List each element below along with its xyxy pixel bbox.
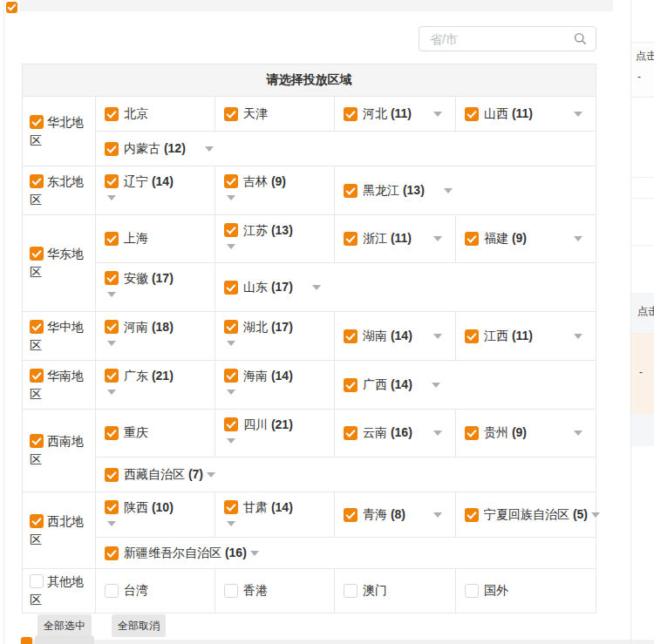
province-checkbox[interactable] <box>105 271 119 285</box>
dropdown-arrow-icon[interactable] <box>433 236 442 241</box>
region-checkbox[interactable] <box>30 574 44 588</box>
province-checkbox[interactable] <box>105 142 119 156</box>
province-cell[interactable]: 安徽 (17) <box>96 263 215 311</box>
province-cell[interactable]: 宁夏回族自治区 (5) <box>456 492 596 537</box>
dropdown-arrow-icon[interactable] <box>205 146 214 152</box>
dropdown-arrow-icon[interactable] <box>591 512 600 518</box>
province-checkbox[interactable] <box>105 468 119 482</box>
dropdown-arrow-icon[interactable] <box>574 334 582 339</box>
cancel-all-button[interactable]: 全部取消 <box>112 614 166 637</box>
province-checkbox[interactable] <box>105 107 119 121</box>
region-cell[interactable]: 华北地区 <box>23 97 96 166</box>
province-cell[interactable]: 内蒙古 (12) <box>96 132 596 166</box>
province-checkbox[interactable] <box>465 107 479 121</box>
province-checkbox[interactable] <box>105 426 119 440</box>
province-cell[interactable]: 河南 (18) <box>96 312 215 360</box>
dropdown-arrow-icon[interactable] <box>107 521 116 526</box>
dropdown-arrow-icon[interactable] <box>227 521 235 526</box>
province-cell[interactable]: 贵州 (9) <box>456 410 596 457</box>
province-checkbox[interactable] <box>224 223 238 237</box>
province-checkbox[interactable] <box>105 174 119 188</box>
province-cell[interactable]: 四川 (21) <box>215 410 335 457</box>
cropped-checked-checkbox-top-icon[interactable] <box>6 2 17 13</box>
region-checkbox[interactable] <box>30 369 44 383</box>
province-checkbox[interactable] <box>224 107 238 121</box>
province-cell[interactable]: 山西 (11) <box>456 97 596 131</box>
province-checkbox[interactable] <box>344 378 358 392</box>
province-checkbox[interactable] <box>465 584 479 598</box>
province-cell[interactable]: 澳门 <box>335 569 456 613</box>
province-cell[interactable]: 黑龙江 (13) <box>335 166 596 214</box>
dropdown-arrow-icon[interactable] <box>433 430 442 436</box>
province-checkbox[interactable] <box>344 184 358 198</box>
dropdown-arrow-icon[interactable] <box>433 112 442 117</box>
dropdown-arrow-icon[interactable] <box>107 292 116 297</box>
province-cell[interactable]: 台湾 <box>96 569 215 613</box>
province-cell[interactable]: 河北 (11) <box>335 97 456 131</box>
region-cell[interactable]: 华南地区 <box>23 361 96 409</box>
region-checkbox[interactable] <box>30 434 44 448</box>
province-checkbox[interactable] <box>224 500 238 514</box>
province-cell[interactable]: 山东 (17) <box>215 263 596 311</box>
province-cell[interactable]: 青海 (8) <box>335 492 456 537</box>
dropdown-arrow-icon[interactable] <box>574 430 582 436</box>
province-cell[interactable]: 广西 (14) <box>335 361 596 409</box>
province-cell[interactable]: 吉林 (9) <box>215 166 335 214</box>
province-checkbox[interactable] <box>344 584 358 598</box>
province-cell[interactable]: 上海 <box>96 215 215 262</box>
province-checkbox[interactable] <box>224 174 238 188</box>
province-cell[interactable]: 重庆 <box>96 410 215 457</box>
region-cell[interactable]: 西南地区 <box>23 410 96 491</box>
dropdown-arrow-icon[interactable] <box>312 285 321 290</box>
search-input[interactable] <box>419 32 574 46</box>
province-cell[interactable]: 天津 <box>215 97 335 131</box>
province-checkbox[interactable] <box>224 417 238 431</box>
province-checkbox[interactable] <box>105 546 119 560</box>
dropdown-arrow-icon[interactable] <box>207 472 215 478</box>
province-cell[interactable]: 云南 (16) <box>335 410 456 457</box>
province-search-box[interactable] <box>419 26 596 51</box>
province-checkbox[interactable] <box>224 281 238 295</box>
province-cell[interactable]: 湖北 (17) <box>215 312 335 360</box>
dropdown-arrow-icon[interactable] <box>432 383 440 388</box>
region-cell[interactable]: 西北地区 <box>23 492 96 568</box>
province-checkbox[interactable] <box>224 584 238 598</box>
province-checkbox[interactable] <box>344 107 358 121</box>
province-checkbox[interactable] <box>105 500 119 514</box>
dropdown-arrow-icon[interactable] <box>107 390 116 395</box>
dropdown-arrow-icon[interactable] <box>227 195 235 200</box>
province-cell[interactable]: 湖南 (14) <box>335 312 456 360</box>
province-cell[interactable]: 广东 (21) <box>96 361 215 409</box>
province-cell[interactable]: 甘肃 (14) <box>215 492 335 537</box>
province-cell[interactable]: 香港 <box>215 569 335 613</box>
dropdown-arrow-icon[interactable] <box>227 390 235 395</box>
province-cell[interactable]: 福建 (9) <box>456 215 596 262</box>
dropdown-arrow-icon[interactable] <box>107 341 116 346</box>
region-cell[interactable]: 其他地区 <box>23 569 96 613</box>
province-checkbox[interactable] <box>224 320 238 334</box>
province-checkbox[interactable] <box>344 426 358 440</box>
region-cell[interactable]: 华东地区 <box>23 215 96 311</box>
dropdown-arrow-icon[interactable] <box>574 112 582 117</box>
dropdown-arrow-icon[interactable] <box>227 341 235 346</box>
province-cell[interactable]: 江苏 (13) <box>215 215 335 262</box>
province-checkbox[interactable] <box>105 584 119 598</box>
dropdown-arrow-icon[interactable] <box>107 195 116 200</box>
select-all-button[interactable]: 全部选中 <box>37 614 92 637</box>
province-cell[interactable]: 辽宁 (14) <box>96 166 215 214</box>
province-cell[interactable]: 国外 <box>456 569 596 613</box>
province-checkbox[interactable] <box>224 369 238 383</box>
region-checkbox[interactable] <box>30 514 44 528</box>
province-checkbox[interactable] <box>105 320 119 334</box>
dropdown-arrow-icon[interactable] <box>444 188 453 193</box>
province-cell[interactable]: 北京 <box>96 97 215 131</box>
province-cell[interactable]: 海南 (14) <box>215 361 335 409</box>
region-checkbox[interactable] <box>30 320 44 334</box>
province-checkbox[interactable] <box>465 329 479 343</box>
dropdown-arrow-icon[interactable] <box>227 244 235 249</box>
region-checkbox[interactable] <box>30 174 44 188</box>
dropdown-arrow-icon[interactable] <box>574 236 582 241</box>
search-icon[interactable] <box>574 32 587 45</box>
dropdown-arrow-icon[interactable] <box>250 551 259 556</box>
region-checkbox[interactable] <box>30 115 44 129</box>
